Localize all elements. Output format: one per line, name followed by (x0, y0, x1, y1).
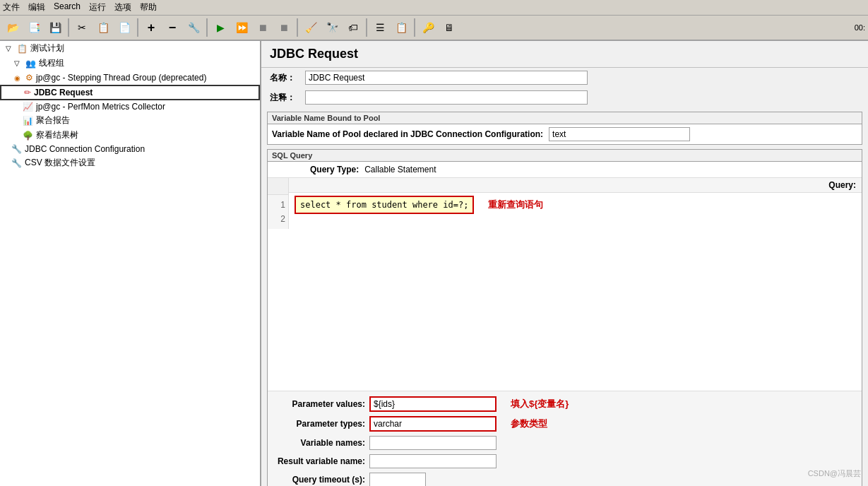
param-section: Parameter values: 填入${变量名} Parameter typ… (268, 391, 862, 486)
toolbar-sep-1 (68, 18, 69, 37)
query-content[interactable]: select * from student where id=?; 重新查询语句 (289, 193, 862, 391)
result-var-row: Result variable name: (273, 452, 856, 470)
test-plan-label: 测试计划 (30, 42, 64, 54)
query-line-1: select * from student where id=?; (295, 196, 474, 214)
toolbar-configure-btn[interactable]: 🔧 (184, 18, 203, 37)
toolbar-list-btn[interactable]: ☰ (370, 18, 390, 37)
pool-input[interactable] (549, 127, 690, 141)
name-label: 名称： (270, 72, 305, 84)
query-editor-right: Query: select * from student where id=?;… (289, 178, 862, 391)
tree-item-results-tree[interactable]: 🌳 察看结果树 (0, 128, 260, 143)
thread-group-icon: 👥 (25, 59, 36, 69)
comment-row: 注释： (261, 88, 868, 107)
toolbar-list2-btn[interactable]: 📋 (391, 18, 411, 37)
toolbar-key-btn[interactable]: 🔑 (418, 18, 438, 37)
var-names-label: Variable names: (273, 438, 365, 448)
perfmon-label: jp@gc - PerfMon Metrics Collector (36, 102, 165, 112)
toolbar-monitor-btn[interactable]: 🖥 (439, 18, 459, 37)
stepping-thread-icon: ⚙ (25, 73, 33, 83)
toolbar-add-btn[interactable]: + (141, 18, 161, 37)
query-timeout-input[interactable] (369, 473, 426, 486)
sql-section: SQL Query Query Type: Callable Statement… (267, 149, 862, 486)
tree-item-thread-group[interactable]: ▽ 👥 线程组 (0, 56, 260, 71)
name-input[interactable] (305, 71, 588, 85)
toolbar-run-nopause-btn[interactable]: ⏩ (232, 18, 251, 37)
test-plan-icon: 📋 (17, 44, 28, 54)
param-values-annotation: 填入${变量名} (511, 398, 569, 410)
toolbar-open-btn[interactable]: 📂 (3, 18, 23, 37)
pool-section: Variable Name Bound to Pool Variable Nam… (267, 112, 862, 145)
query-editor-left: 1 2 (268, 178, 289, 391)
query-line-1-row: select * from student where id=?; 重新查询语句 (295, 196, 856, 214)
line-num-2: 2 (268, 212, 288, 226)
stepping-thread-expand-icon: ◉ (11, 72, 23, 83)
jdbc-panel: JDBC Request 名称： 注释： Variable Name Bound… (261, 41, 868, 486)
param-types-input[interactable] (369, 416, 497, 432)
toolbar-remove-btn[interactable]: − (162, 18, 182, 37)
results-tree-icon: 🌳 (23, 131, 33, 141)
line-num-1: 1 (268, 198, 288, 212)
var-names-input[interactable] (369, 436, 497, 450)
csv-config-icon: 🔧 (11, 158, 22, 168)
query-type-value: Callable Statement (364, 165, 436, 174)
tree-item-perfmon[interactable]: 📈 jp@gc - PerfMon Metrics Collector (0, 100, 260, 113)
toolbar-search-icon-btn[interactable]: 🔭 (322, 18, 342, 37)
tree-item-jdbc-request[interactable]: ✏ JDBC Request (0, 85, 260, 100)
watermark: CSDN@冯晨芸 (808, 468, 861, 479)
pool-section-title: Variable Name Bound to Pool (268, 112, 862, 124)
param-values-input[interactable] (369, 396, 497, 412)
line-numbers: 1 2 (268, 195, 289, 229)
jdbc-request-label: JDBC Request (34, 88, 93, 97)
toolbar-paste-btn[interactable]: 📄 (114, 18, 134, 37)
toolbar-stop-btn[interactable]: ⏹ (253, 18, 273, 37)
menu-help[interactable]: 帮助 (140, 1, 157, 13)
jdbc-config-label: JDBC Connection Configuration (25, 144, 145, 154)
query-type-label: Query Type: (310, 165, 359, 174)
param-values-label: Parameter values: (273, 399, 365, 409)
param-types-row: Parameter types: 参数类型 (273, 414, 856, 434)
tree-item-csv-config[interactable]: 🔧 CSV 数据文件设置 (0, 155, 260, 170)
results-tree-label: 察看结果树 (36, 129, 78, 141)
comment-label: 注释： (270, 92, 305, 104)
tree-item-stepping-thread[interactable]: ◉ ⚙ jp@gc - Stepping Thread Group (depre… (0, 71, 260, 85)
toolbar-copy-btn[interactable]: 📋 (93, 18, 113, 37)
name-row: 名称： (261, 68, 868, 88)
jdbc-config-icon: 🔧 (11, 144, 22, 154)
menubar: 文件 编辑 Search 运行 选项 帮助 (0, 0, 868, 16)
toolbar-shutdown-btn[interactable]: ⏹ (274, 18, 294, 37)
param-types-annotation: 参数类型 (511, 417, 547, 430)
menu-edit[interactable]: 编辑 (28, 1, 45, 13)
result-var-label: Result variable name: (273, 456, 365, 466)
pool-label: Variable Name of Pool declared in JDBC C… (272, 129, 543, 139)
thread-group-collapse-icon: ▽ (11, 58, 23, 69)
tree-item-aggregate[interactable]: 📊 聚合报告 (0, 113, 260, 128)
toolbar-run-btn[interactable]: ▶ (210, 18, 230, 37)
menu-options[interactable]: 选项 (114, 1, 131, 13)
toolbar-cut-btn[interactable]: ✂ (72, 18, 92, 37)
menu-file[interactable]: 文件 (3, 1, 20, 13)
tree-item-test-plan[interactable]: ▽ 📋 测试计划 (0, 41, 260, 56)
csv-config-label: CSV 数据文件设置 (25, 157, 95, 169)
aggregate-label: 聚合报告 (36, 114, 70, 126)
menu-search[interactable]: Search (54, 1, 81, 13)
pool-row: Variable Name of Pool declared in JDBC C… (268, 124, 862, 144)
jdbc-panel-title: JDBC Request (261, 41, 868, 68)
toolbar-save-btn[interactable]: 💾 (45, 18, 65, 37)
query-annotation: 重新查询语句 (488, 198, 543, 211)
perfmon-icon: 📈 (23, 102, 33, 112)
comment-input[interactable] (305, 90, 588, 105)
right-panel: JDBC Request 名称： 注释： Variable Name Bound… (261, 41, 868, 486)
stepping-thread-label: jp@gc - Stepping Thread Group (deprecate… (36, 73, 206, 83)
toolbar-templates-btn[interactable]: 📑 (24, 18, 44, 37)
jdbc-request-icon: ✏ (24, 88, 31, 97)
toolbar-clear-btn[interactable]: 🧹 (301, 18, 321, 37)
aggregate-icon: 📊 (23, 116, 33, 126)
menu-run[interactable]: 运行 (89, 1, 106, 13)
query-timeout-row: Query timeout (s): (273, 470, 856, 486)
result-var-input[interactable] (369, 454, 497, 468)
query-type-row: Query Type: Callable Statement (268, 162, 862, 177)
tree-item-jdbc-config[interactable]: 🔧 JDBC Connection Configuration (0, 143, 260, 155)
toolbar-sep-2 (137, 18, 138, 37)
toolbar-tag-btn[interactable]: 🏷 (343, 18, 363, 37)
thread-group-label: 线程组 (39, 57, 64, 69)
